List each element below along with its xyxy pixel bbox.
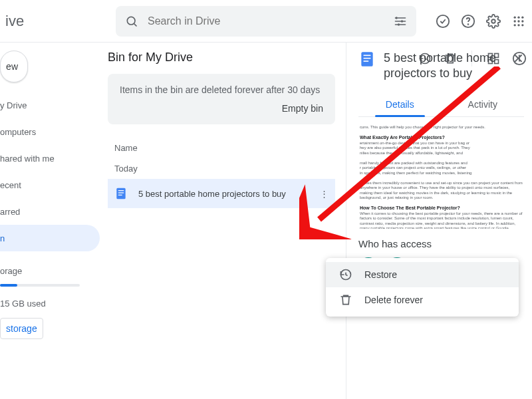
sidebar: ew y Drive omputers hared with me ecent … bbox=[0, 43, 100, 399]
doc-icon bbox=[114, 187, 128, 200]
search-input[interactable] bbox=[148, 15, 394, 27]
svg-rect-26 bbox=[118, 190, 124, 191]
svg-rect-28 bbox=[118, 195, 122, 196]
help-icon[interactable] bbox=[460, 13, 476, 29]
offline-ready-icon[interactable] bbox=[435, 13, 451, 29]
svg-point-12 bbox=[514, 20, 516, 22]
menu-restore-label: Restore bbox=[364, 269, 397, 280]
bin-banner: Items in the bin are deleted forever aft… bbox=[108, 74, 335, 124]
empty-bin-button[interactable]: Empty bin bbox=[120, 103, 323, 114]
svg-point-7 bbox=[468, 24, 469, 25]
buy-storage-button[interactable]: storage bbox=[0, 318, 43, 339]
nav-bin[interactable]: n bbox=[0, 225, 100, 251]
delete-forever-icon bbox=[339, 293, 352, 307]
svg-rect-27 bbox=[118, 192, 124, 193]
context-menu: Restore Delete forever bbox=[326, 258, 519, 317]
details-tabs: Details Activity bbox=[358, 99, 524, 117]
group-today: Today bbox=[114, 164, 335, 174]
file-list-panel: Bin for My Drive Items in the bin are de… bbox=[100, 43, 346, 399]
menu-delete-label: Delete forever bbox=[364, 295, 423, 305]
svg-point-15 bbox=[514, 24, 516, 26]
storage-bar bbox=[0, 284, 80, 287]
menu-restore[interactable]: Restore bbox=[326, 262, 519, 287]
details-title: 5 best portable home projectors to buy bbox=[384, 51, 505, 82]
svg-rect-32 bbox=[364, 61, 369, 62]
svg-rect-30 bbox=[364, 55, 371, 57]
details-panel: 5 best portable home projectors to buy ✕… bbox=[346, 43, 532, 399]
nav-storage[interactable]: orage bbox=[0, 266, 100, 276]
svg-point-4 bbox=[398, 23, 400, 25]
search-icon bbox=[125, 15, 138, 28]
page-title: Bin for My Drive bbox=[108, 51, 335, 65]
tab-details[interactable]: Details bbox=[358, 99, 442, 116]
restore-icon bbox=[339, 268, 352, 281]
close-icon[interactable]: ✕ bbox=[513, 51, 524, 66]
nav-shared[interactable]: hared with me bbox=[0, 145, 100, 172]
svg-point-14 bbox=[521, 20, 523, 22]
svg-point-11 bbox=[521, 16, 523, 18]
apps-icon[interactable] bbox=[511, 13, 527, 29]
nav-starred[interactable]: arred bbox=[0, 198, 100, 225]
app-header: ive bbox=[0, 0, 532, 43]
svg-point-0 bbox=[127, 17, 135, 25]
search-bar[interactable] bbox=[116, 6, 416, 37]
svg-point-3 bbox=[401, 20, 403, 22]
svg-point-17 bbox=[521, 24, 523, 26]
column-header-name[interactable]: Name bbox=[114, 143, 335, 153]
svg-point-2 bbox=[396, 17, 398, 19]
more-icon[interactable]: ⋮ bbox=[320, 189, 329, 199]
storage-used-text: 15 GB used bbox=[0, 299, 100, 309]
nav-my-drive[interactable]: y Drive bbox=[0, 92, 100, 118]
svg-point-9 bbox=[514, 16, 516, 18]
access-label: Who has access bbox=[358, 238, 524, 249]
file-name: 5 best portable home projectors to buy bbox=[138, 189, 286, 199]
svg-rect-25 bbox=[116, 188, 125, 200]
svg-line-1 bbox=[134, 23, 137, 26]
svg-point-5 bbox=[437, 15, 449, 27]
file-row[interactable]: 5 best portable home projectors to buy ⋮ bbox=[108, 179, 335, 208]
new-button[interactable]: ew bbox=[0, 51, 28, 82]
svg-rect-29 bbox=[361, 52, 372, 66]
tune-icon[interactable] bbox=[394, 15, 407, 28]
header-icons bbox=[435, 13, 527, 29]
doc-icon bbox=[358, 51, 376, 68]
settings-icon[interactable] bbox=[485, 13, 501, 29]
nav-recent[interactable]: ecent bbox=[0, 172, 100, 198]
banner-text: Items in the bin are deleted forever aft… bbox=[120, 84, 323, 95]
svg-point-16 bbox=[517, 24, 519, 26]
nav-computers[interactable]: omputers bbox=[0, 118, 100, 145]
tab-activity[interactable]: Activity bbox=[442, 99, 525, 116]
svg-rect-31 bbox=[364, 58, 371, 59]
svg-point-10 bbox=[517, 16, 519, 18]
menu-delete-forever[interactable]: Delete forever bbox=[326, 287, 519, 313]
svg-point-8 bbox=[491, 19, 495, 23]
app-logo: ive bbox=[5, 13, 45, 30]
svg-point-13 bbox=[517, 20, 519, 22]
file-preview: cons. This guide will help you choose th… bbox=[358, 122, 524, 229]
